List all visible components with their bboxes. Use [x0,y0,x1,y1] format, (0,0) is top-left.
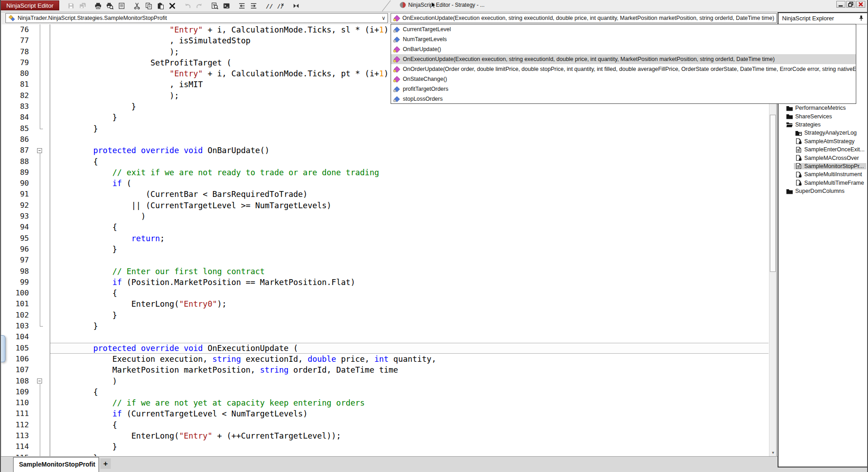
explorer-item-strategyanalyzerlog[interactable]: StrategyAnalyzerLog [779,129,866,137]
code-line[interactable]: 111 if (CurrentTargetLevel < NumTargetLe… [2,408,776,419]
code-line[interactable]: 99 if (Position.MarketPosition == Market… [2,277,776,288]
toolbar-properties-button[interactable] [116,1,127,11]
toolbar-print-button[interactable] [92,1,104,11]
line-number: 82 [2,90,29,101]
code-line[interactable]: 109 { [2,387,776,397]
member-selector-combobox[interactable]: OnExecutionUpdate(Execution execution, s… [391,13,777,23]
code-line[interactable]: 98 // Enter our first long contract [2,266,776,277]
toolbar-copy-button[interactable] [143,1,155,11]
code-line[interactable]: 96 } [2,244,776,255]
line-number: 98 [2,266,29,277]
code-line[interactable]: 103 } [2,321,776,332]
chevron-down-icon[interactable]: ∨ [380,15,387,21]
code-line[interactable]: 88 { [2,156,776,167]
code-line[interactable]: 92 || (CurrentTargetLevel >= NumTargetLe… [2,200,776,211]
autocomplete-item-label: CurrentTargetLevel [403,26,451,33]
tab-label: SampleMonitorStopProfit [19,461,95,468]
explorer-item-samplemultiinstrument[interactable]: SampleMultiInstrument [779,170,866,178]
autocomplete-item[interactable]: NumTargetLevels [391,34,856,44]
code-line[interactable]: 104 [2,332,776,342]
explorer-item-label: SampleMACrossOver [804,155,859,161]
document-icon [795,163,802,169]
window-caption: NinjaScript Editor - Strategy - ... [408,2,485,8]
code-line[interactable]: 115 } [2,453,776,456]
folder-locked-icon [795,130,802,136]
minimize-button[interactable] [836,1,845,8]
add-tab-button[interactable]: + [100,458,111,469]
code-line[interactable]: 84 } [2,112,776,123]
line-number: 88 [2,156,29,167]
autocomplete-item[interactable]: OnExecutionUpdate(Execution execution, s… [391,54,856,64]
code-text: } [55,321,98,332]
explorer-item-strategies[interactable]: Strategies [779,121,866,129]
code-line[interactable]: 112 { [2,420,776,430]
explorer-item-sampleatmstrategy[interactable]: SampleAtmStrategy [779,137,866,145]
toolbar-indent-button[interactable] [248,1,259,11]
code-line[interactable]: 113 EnterLong("Entry" + (++CurrentTarget… [2,430,776,441]
explorer-item-label: SuperDomColumns [795,188,844,194]
toolbar-find-button[interactable] [209,1,221,11]
code-line[interactable]: 93 ) [2,211,776,222]
code-line[interactable]: 114 } [2,441,776,452]
line-number: 100 [2,288,29,299]
code-line[interactable]: 85 } [2,123,776,134]
code-text: protected override void OnExecutionUpdat… [55,343,298,354]
code-line[interactable]: 90 if ( [2,178,776,189]
close-button[interactable] [856,1,865,8]
toolbar-comment-button[interactable]: // [263,1,275,11]
restore-button[interactable] [846,1,855,8]
toolbar-cut-button[interactable] [131,1,143,11]
class-selector-combobox[interactable]: NinjaTrader.NinjaScript.Strategies.Sampl… [5,13,388,23]
fold-collapse-box[interactable] [37,148,42,153]
line-number: 111 [2,408,29,419]
code-line[interactable]: 107 MarketPosition marketPosition, strin… [2,365,776,375]
code-line[interactable]: 100 { [2,288,776,299]
code-line[interactable]: 97 [2,255,776,266]
code-line[interactable]: 87 protected override void OnBarUpdate() [2,145,776,156]
code-line[interactable]: 102 } [2,310,776,321]
code-text: { [55,222,117,233]
code-line[interactable]: 105 protected override void OnExecutionU… [2,343,776,354]
code-line[interactable]: 89 // exit if we are not ready to trade … [2,167,776,178]
toolbar-print-preview-button[interactable] [104,1,116,11]
code-line[interactable]: 94 { [2,222,776,233]
toolbar-delete-button[interactable] [166,1,178,11]
explorer-item-shareservices[interactable]: ShareServices [779,112,866,120]
tab-sample-monitor-stop-profit[interactable]: SampleMonitorStopProfit [13,457,99,472]
toolbar-outdent-button[interactable] [236,1,248,11]
explorer-item-samplemultitimeframe[interactable]: SampleMultiTimeFrame [779,179,866,187]
autocomplete-item[interactable]: profitTargetOrders [391,84,856,94]
explorer-item-sampleenteronceexit-[interactable]: SampleEnterOnceExit... [779,145,866,154]
code-line[interactable]: 106 Execution execution, string executio… [2,354,776,365]
scrollbar-thumb[interactable] [770,115,776,272]
explorer-item-label: SampleMultiTimeFrame [804,180,864,186]
autocomplete-item[interactable]: OnBarUpdate() [391,44,856,54]
scroll-down-arrow-icon[interactable]: ▼ [769,449,777,456]
code-text: if ( [55,178,132,189]
toolbar-compile-button[interactable] [290,1,302,11]
explorer-item-superdomcolumns[interactable]: SuperDomColumns [779,187,866,195]
autocomplete-item[interactable]: stopLossOrders [391,94,856,104]
code-line[interactable]: 110 // if we are not yet at capacity kee… [2,397,776,408]
code-line[interactable]: 95 return; [2,233,776,244]
autohide-panel-grip[interactable] [1,335,5,362]
code-text: || (CurrentTargetLevel >= NumTargetLevel… [55,200,331,211]
code-line[interactable]: 108 ) [2,376,776,387]
toolbar-paste-button[interactable] [155,1,166,11]
code-line[interactable]: 86 [2,134,776,145]
toolbar-save-all-button [77,1,89,11]
toolbar-uncomment-button[interactable]: // [275,1,287,11]
explorer-item-samplemacrossover[interactable]: SampleMACrossOver [779,154,866,162]
code-line[interactable]: 101 EnterLong("Entry0"); [2,299,776,309]
toolbar-script-output-button[interactable] [221,1,232,11]
explorer-item-samplemonitorstoppr-[interactable]: SampleMonitorStopPr... [779,162,866,170]
fold-collapse-box[interactable] [37,379,42,383]
line-number: 90 [2,178,29,189]
explorer-item-performancemetrics[interactable]: PerformanceMetrics [779,104,866,112]
code-line[interactable]: 91 (CurrentBar < BarsRequiredToTrade) [2,189,776,200]
pin-icon[interactable] [858,15,864,21]
autocomplete-item[interactable]: OnStateChange() [391,74,856,84]
autocomplete-item[interactable]: CurrentTargetLevel [391,24,856,34]
code-text: // if we are not yet at capacity keep en… [55,397,365,408]
autocomplete-item[interactable]: OnOrderUpdate(Order order, double limitP… [391,64,856,74]
